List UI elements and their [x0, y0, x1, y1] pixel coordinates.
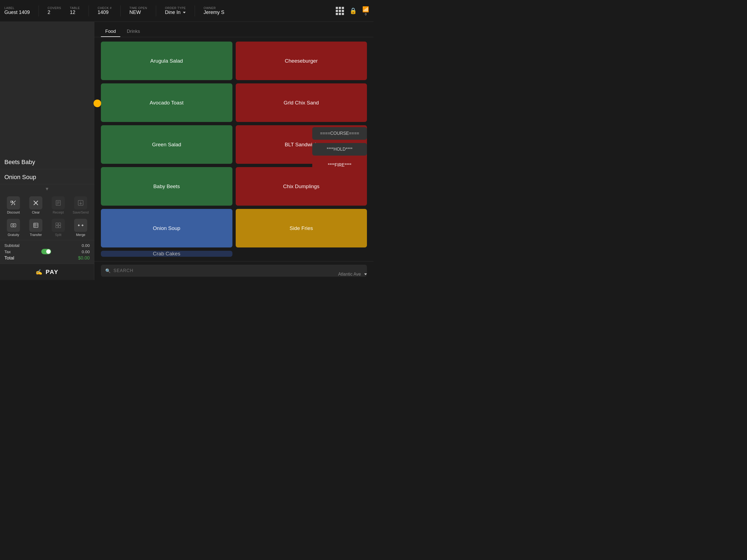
- menu-item-baby-beets[interactable]: Baby Beets: [101, 167, 232, 206]
- menu-item-cheeseburger[interactable]: Cheeseburger: [236, 42, 367, 80]
- save-send-label: Save/Send: [73, 210, 89, 214]
- svg-rect-14: [34, 223, 38, 228]
- search-input[interactable]: [113, 268, 168, 273]
- tab-drinks[interactable]: Drinks: [123, 27, 145, 37]
- menu-item-crab-cakes[interactable]: Crab Cakes: [101, 251, 232, 257]
- split-icon: [52, 219, 65, 232]
- location-bar[interactable]: Atlantic Ave: [332, 269, 374, 280]
- header-order-type-group[interactable]: ORDER TYPE Dine In: [165, 6, 186, 15]
- tax-toggle-knob: [46, 249, 51, 254]
- svg-point-13: [12, 225, 14, 226]
- discount-icon: $: [7, 196, 20, 209]
- check-title: CHECK #: [98, 6, 111, 9]
- clear-icon: [29, 196, 42, 209]
- receipt-button[interactable]: Receipt: [48, 195, 68, 215]
- menu-item-arugula-salad[interactable]: Arugula Salad: [101, 42, 232, 80]
- tax-value: 0.00: [82, 249, 90, 254]
- pay-button[interactable]: ✍ PAY: [0, 263, 94, 280]
- save-send-icon: [74, 196, 87, 209]
- order-type-chevron-icon: [183, 12, 186, 14]
- course-button[interactable]: ====COURSE====: [312, 127, 367, 140]
- receipt-label: Receipt: [53, 210, 64, 214]
- covers-title: COVERS: [48, 6, 61, 9]
- location-label: Atlantic Ave: [338, 272, 361, 277]
- svg-rect-21: [58, 226, 61, 228]
- header-check-group: CHECK # 1409: [98, 6, 111, 15]
- subtotal-value: 0.00: [82, 243, 90, 248]
- svg-text:$: $: [14, 203, 15, 205]
- menu-item-side-fries[interactable]: Side Fries: [236, 209, 367, 248]
- hold-button[interactable]: ****HOLD****: [312, 143, 367, 156]
- fire-button[interactable]: ****FIRE****: [312, 159, 367, 172]
- yellow-dot-indicator: [94, 100, 101, 107]
- tax-row: Tax 0.00: [4, 248, 90, 255]
- merge-label: Merge: [76, 233, 85, 237]
- covers-value: 2: [48, 9, 61, 15]
- header-divider-1: [38, 5, 39, 17]
- tabs-bar: Food Drinks: [94, 22, 374, 37]
- menu-item-avocado-toast[interactable]: Avocado Toast: [101, 83, 232, 122]
- menu-item-grld-chix-sand[interactable]: Grld Chix Sand: [236, 83, 367, 122]
- sidebar: Beets Baby Onion Soup ▾ $: [0, 22, 94, 280]
- order-type-value: Dine In: [165, 9, 186, 15]
- lock-icon[interactable]: 🔒: [350, 7, 357, 15]
- clear-button[interactable]: Clear: [26, 195, 46, 215]
- save-send-button[interactable]: Save/Send: [71, 195, 91, 215]
- svg-rect-18: [56, 223, 58, 225]
- gratuity-button[interactable]: Gratuity: [3, 218, 24, 238]
- split-button[interactable]: Split: [48, 218, 68, 238]
- search-input-wrap[interactable]: 🔍: [101, 265, 367, 277]
- label-title: LABEL: [4, 6, 30, 9]
- pay-icon: ✍: [35, 269, 42, 275]
- header-divider-3: [120, 5, 121, 17]
- merge-icon: [74, 219, 87, 232]
- menu-item-onion-soup[interactable]: Onion Soup: [101, 209, 232, 248]
- main-layout: Beets Baby Onion Soup ▾ $: [0, 22, 374, 280]
- header-icons: 🔒 📶 0: [336, 6, 369, 16]
- content-area: Food Drinks Arugula Salad Cheeseburger A…: [94, 22, 374, 280]
- merge-button[interactable]: Merge: [71, 218, 91, 238]
- svg-rect-19: [58, 223, 61, 225]
- action-buttons-grid: $ Discount Clear: [0, 193, 94, 240]
- total-label: Total: [4, 255, 14, 261]
- gratuity-icon: [7, 219, 20, 232]
- header: LABEL Guest 1409 COVERS 2 TABLE 12 CHECK…: [0, 0, 374, 22]
- discount-label: Discount: [7, 210, 20, 214]
- subtotal-row: Subtotal 0.00: [4, 243, 90, 248]
- clear-label: Clear: [32, 210, 40, 214]
- tab-food[interactable]: Food: [101, 27, 120, 37]
- tax-toggle[interactable]: [41, 249, 51, 254]
- order-item-beets[interactable]: Beets Baby: [0, 154, 94, 169]
- header-label-group: LABEL Guest 1409: [4, 6, 30, 15]
- gratuity-label: Gratuity: [8, 233, 19, 237]
- menu-item-green-salad[interactable]: Green Salad: [101, 125, 232, 164]
- total-row: Total $0.00: [4, 255, 90, 261]
- table-value: 12: [70, 9, 80, 15]
- svg-rect-20: [56, 226, 58, 228]
- order-item-onion-soup[interactable]: Onion Soup: [0, 169, 94, 184]
- order-items-area: Beets Baby Onion Soup: [0, 22, 94, 184]
- search-icon: 🔍: [105, 268, 111, 274]
- totals-section: Subtotal 0.00 Tax 0.00 Total $0.00: [0, 240, 94, 263]
- order-item-name-onion-soup: Onion Soup: [4, 174, 36, 180]
- header-owner-group: OWNER Jeremy S: [204, 6, 225, 15]
- wifi-group: 📶 0: [362, 6, 369, 16]
- header-divider-5: [195, 5, 195, 17]
- subtotal-label: Subtotal: [4, 243, 19, 248]
- check-value: 1409: [98, 9, 111, 15]
- svg-rect-12: [11, 224, 16, 227]
- order-item-name-beets: Beets Baby: [4, 159, 35, 166]
- menu-empty-cell: [236, 251, 367, 257]
- scroll-arrow[interactable]: ▾: [0, 184, 94, 193]
- discount-button[interactable]: $ Discount: [3, 195, 24, 215]
- time-value: NEW: [129, 9, 147, 15]
- header-divider-2: [88, 5, 89, 17]
- time-title: TIME OPEN: [129, 6, 147, 9]
- transfer-button[interactable]: Transfer: [26, 218, 46, 238]
- transfer-icon: [29, 219, 42, 232]
- split-label: Split: [55, 233, 61, 237]
- tax-label: Tax: [4, 249, 11, 254]
- location-chevron-icon: [364, 274, 367, 275]
- grid-icon[interactable]: [336, 7, 344, 15]
- menu-item-chix-dumplings[interactable]: Chix Dumplings: [236, 167, 367, 206]
